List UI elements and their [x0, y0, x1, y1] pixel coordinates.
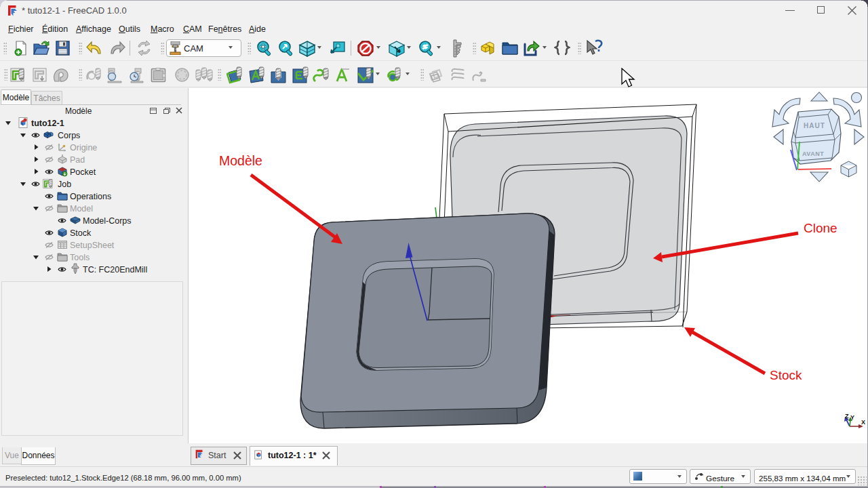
svg-text:HAUT: HAUT: [804, 122, 825, 129]
svg-text:Z: Z: [845, 413, 849, 420]
svg-text:Modèle: Modèle: [219, 153, 262, 168]
svg-text:Y: Y: [850, 414, 854, 421]
svg-text:Clone: Clone: [804, 221, 837, 235]
svg-text:X: X: [861, 419, 865, 426]
svg-text:Stock: Stock: [770, 368, 802, 382]
svg-text:AVANT: AVANT: [802, 150, 824, 157]
